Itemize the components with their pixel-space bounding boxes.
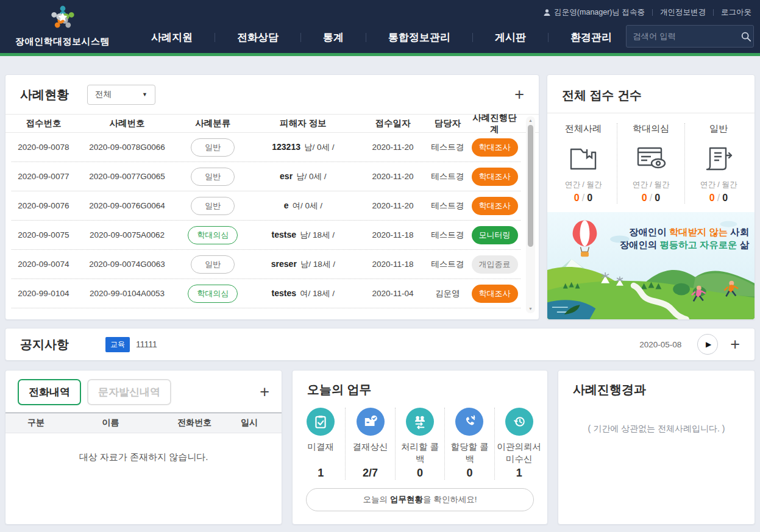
cell-receipt-no: 2020-09-0078 <box>12 143 76 152</box>
calls-table-header: 구분이름전화번호일시 <box>5 413 282 433</box>
today-item-label: 처리할 콜백 <box>396 441 444 467</box>
cell-receipt-date: 2020-11-18 <box>360 230 427 239</box>
notice-category-badge: 교육 <box>105 337 130 352</box>
scroll-up-icon[interactable]: ▲ <box>528 116 533 125</box>
cell-category: 일반 <box>179 138 247 157</box>
cell-receipt-no: 2020-09-0074 <box>12 260 76 269</box>
app-logo[interactable]: 장애인학대정보시스템 <box>12 3 113 48</box>
stat-count-separator: / <box>650 193 652 203</box>
scroll-down-icon[interactable]: ▼ <box>528 305 533 313</box>
logo-title: 장애인학대정보시스템 <box>12 36 113 48</box>
cell-receipt-date: 2020-11-18 <box>360 260 427 269</box>
cell-category: 일반 <box>179 255 247 274</box>
phone-callback-icon <box>455 408 483 436</box>
logout-link[interactable]: 로그아웃 <box>721 7 751 18</box>
user-bar-divider <box>652 9 653 16</box>
tab-sms-history[interactable]: 문자발신내역 <box>87 379 171 405</box>
cell-receipt-date: 2020-11-20 <box>360 201 427 210</box>
nav-item-4[interactable]: 통합정보관리 <box>366 27 472 48</box>
notice-bar: 공지사항 교육 11111 2020-05-08 ▶ + <box>5 328 755 361</box>
case-table-row[interactable]: 2020-09-00782020-09-0078G0066일반123213남/ … <box>12 133 520 162</box>
search-input[interactable] <box>633 32 740 41</box>
notice-item-link[interactable]: 11111 <box>136 339 157 349</box>
nav-item-1[interactable]: 사례지원 <box>129 27 215 48</box>
app-header: 장애인학대정보시스템 사례지원전화상담통계통합정보관리게시판환경관리 김운영(m… <box>0 0 760 56</box>
cell-case-no: 2020-09-0078G0066 <box>76 143 179 152</box>
stat-period-label: 연간 / 월간 <box>685 180 752 190</box>
today-item-2[interactable]: 결재상신2/7 <box>345 408 394 480</box>
stage-badge: 학대조사 <box>472 197 518 215</box>
category-badge: 일반 <box>191 138 235 157</box>
stat-year-count: 0 <box>709 193 715 203</box>
today-item-count: 1 <box>318 467 324 480</box>
user-status: 김운영(manager)님 접속중 <box>554 7 645 18</box>
today-item-4[interactable]: 할당할 콜백0 <box>444 408 494 480</box>
today-status-cta-button[interactable]: 오늘의 업무현황을 확인하세요! <box>306 488 534 511</box>
nav-item-2[interactable]: 전화상담 <box>215 27 300 48</box>
summary-panel-title: 전체 접수 건수 <box>562 88 642 102</box>
stage-badge: 학대조사 <box>472 285 518 303</box>
nav-item-6[interactable]: 환경관리 <box>549 27 634 48</box>
notice-play-button[interactable]: ▶ <box>697 334 718 355</box>
campaign-banner[interactable]: 장애인이 학대받지 않는 사회 장애인의 평등하고 자유로운 삶 <box>547 212 755 319</box>
cell-victim-info: testse남/ 18세 / <box>247 230 360 241</box>
cell-receipt-no: 2020-09-0077 <box>12 172 76 181</box>
case-table-row[interactable]: 2020-09-00762020-09-0076G0064일반e여/ 0세 /2… <box>12 191 520 221</box>
today-item-count: 0 <box>466 467 472 480</box>
summary-stats: 전체사례연간 / 월간0/0학대의심연간 / 월간0/0일반연간 / 월간0/0 <box>547 113 755 212</box>
stat-counts: 0/0 <box>617 193 684 204</box>
change-privacy-link[interactable]: 개인정보변경 <box>660 7 706 18</box>
svg-text:장애인이 학대받지 않는 사회: 장애인이 학대받지 않는 사회 <box>629 227 749 238</box>
main-content: 사례현황 전체 ▼ + 접수번호사례번호사례분류피해자 정보접수일자담당자사례진… <box>0 74 760 525</box>
case-col-header: 피해자 정보 <box>247 118 360 129</box>
summary-stat-2[interactable]: 학대의심연간 / 월간0/0 <box>617 123 684 204</box>
cell-stage: 학대조사 <box>469 285 520 303</box>
stat-counts: 0/0 <box>685 193 752 204</box>
calls-add-button[interactable]: + <box>260 384 269 400</box>
summary-stat-3[interactable]: 일반연간 / 월간0/0 <box>684 123 752 204</box>
case-progress-panel: 사례진행경과 ( 기간에 상관없는 전체사례입니다. ) <box>558 370 755 525</box>
case-table-row[interactable]: 2020-99-01042020-99-0104A0053학대의심testes여… <box>12 279 520 308</box>
stage-badge: 개입종료 <box>472 255 518 274</box>
nav-item-3[interactable]: 통계 <box>301 27 366 48</box>
case-panel-title: 사례현황 <box>20 87 69 103</box>
case-table-row[interactable]: 2020-09-00752020-09-0075A0062학대의심testse남… <box>12 221 520 250</box>
notice-add-button[interactable]: + <box>730 336 740 353</box>
stage-badge: 학대조사 <box>472 138 518 157</box>
case-col-header: 사례번호 <box>76 118 179 129</box>
cell-receipt-no: 2020-09-0075 <box>12 230 76 239</box>
cell-stage: 모니터링 <box>469 226 520 244</box>
cell-victim-info: testes여/ 18세 / <box>247 288 360 299</box>
cell-victim-info: e여/ 0세 / <box>247 200 360 211</box>
case-table-row[interactable]: 2020-09-00742020-09-0074G0063일반sreser남/ … <box>12 250 520 279</box>
stat-month-count: 0 <box>587 193 592 203</box>
today-item-label: 결재상신 <box>352 441 389 467</box>
case-add-button[interactable]: + <box>514 87 524 103</box>
case-table-scrollbar[interactable]: ▲ ▼ <box>526 116 535 313</box>
case-col-header: 사례분류 <box>179 118 247 129</box>
cell-category: 학대의심 <box>179 226 247 244</box>
scrollbar-thumb[interactable] <box>528 125 533 247</box>
summary-stat-1[interactable]: 전체사례연간 / 월간0/0 <box>550 123 617 204</box>
cell-manager: 테스트경 <box>426 171 469 182</box>
today-item-1[interactable]: 미결재1 <box>296 408 345 480</box>
search-icon[interactable] <box>740 31 751 42</box>
notice-title: 공지사항 <box>20 336 69 353</box>
cell-stage: 학대조사 <box>469 138 520 157</box>
stat-period-label: 연간 / 월간 <box>617 180 684 190</box>
cell-manager: 테스트경 <box>426 142 469 153</box>
tab-call-history[interactable]: 전화내역 <box>18 379 81 405</box>
case-table-row[interactable]: 2020-09-00772020-09-0077G0065일반esr남/ 0세 … <box>12 162 520 191</box>
nav-item-5[interactable]: 게시판 <box>473 27 548 48</box>
today-item-5[interactable]: 이관의뢰서 미수신1 <box>494 408 544 480</box>
case-col-header: 담당자 <box>426 118 469 129</box>
call-history-panel: 전화내역문자발신내역 + 구분이름전화번호일시 대상 자료가 존재하지 않습니다… <box>5 370 282 525</box>
global-search <box>626 25 754 48</box>
cell-receipt-date: 2020-11-20 <box>360 143 427 152</box>
banner-illustration: 장애인이 학대받지 않는 사회 장애인의 평등하고 자유로운 삶 <box>547 212 755 319</box>
case-filter-select[interactable]: 전체 ▼ <box>87 85 155 105</box>
victim-name: e <box>284 200 289 210</box>
cell-category: 일반 <box>179 197 247 215</box>
today-item-3[interactable]: 처리할 콜백0 <box>395 408 444 480</box>
cell-receipt-date: 2020-11-20 <box>360 172 427 181</box>
